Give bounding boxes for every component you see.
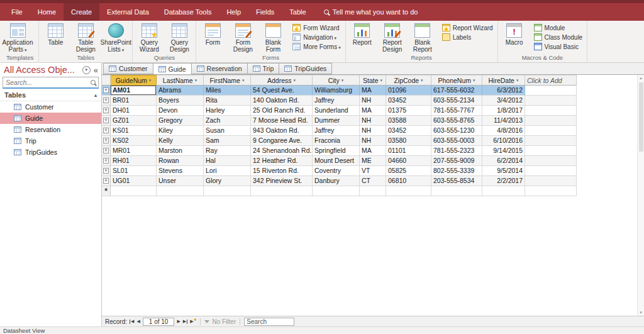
nav-group-header[interactable]: Tables ▴ — [0, 89, 101, 101]
blank-report-button[interactable]: Blank Report — [408, 21, 438, 54]
previous-record-button[interactable]: ◀ — [136, 319, 140, 324]
cell[interactable]: KS01 — [111, 126, 157, 136]
cell[interactable] — [386, 186, 431, 196]
cell[interactable]: 11/4/2013 — [482, 116, 525, 126]
cell[interactable]: Rowan — [157, 156, 204, 166]
cell[interactable] — [431, 186, 482, 196]
expand-plus-icon[interactable]: + — [103, 168, 109, 174]
row-selector[interactable]: + — [102, 176, 111, 186]
cell[interactable]: 781-555-2323 — [431, 146, 482, 156]
sidebar-item-guide[interactable]: Guide — [0, 113, 101, 124]
expand-plus-icon[interactable]: + — [103, 108, 109, 113]
column-header-firstname[interactable]: FirstName▾ — [204, 75, 251, 86]
cell[interactable]: Lori — [204, 166, 251, 176]
cell[interactable] — [360, 186, 386, 196]
cell[interactable]: Kelly — [157, 136, 204, 146]
cell[interactable]: 603-555-8765 — [431, 116, 482, 126]
scroll-up-icon[interactable]: ▲ — [639, 75, 643, 81]
select-all-corner[interactable] — [102, 75, 111, 86]
cell[interactable]: Springfield — [313, 146, 360, 156]
cell[interactable]: AM01 — [111, 86, 157, 96]
cell[interactable]: UG01 — [111, 176, 157, 186]
cell[interactable]: Williamsburg — [313, 86, 360, 96]
column-header-phonenum[interactable]: PhoneNum▾ — [431, 75, 482, 86]
cell[interactable]: Marston — [157, 146, 204, 156]
cell[interactable]: CT — [360, 176, 386, 186]
cell[interactable]: 9 Congaree Ave. — [251, 136, 313, 146]
cell[interactable]: Abrams — [157, 86, 204, 96]
cell[interactable]: 9/14/2015 — [482, 146, 525, 156]
horizontal-scrollbar[interactable] — [297, 316, 644, 326]
cell[interactable]: 05825 — [386, 166, 431, 176]
form-design-button[interactable]: Form Design — [228, 21, 258, 54]
nav-pane-menu-icon[interactable]: ▾ — [82, 66, 91, 74]
cell[interactable] — [204, 186, 251, 196]
cell[interactable]: 2/2/2017 — [482, 176, 525, 186]
cell[interactable]: 03452 — [386, 126, 431, 136]
header-dropdown-icon[interactable]: ▾ — [421, 75, 423, 86]
cell[interactable] — [251, 186, 313, 196]
cell[interactable]: ME — [360, 156, 386, 166]
column-header-lastname[interactable]: LastName▾ — [157, 75, 204, 86]
report-wizard-button[interactable]: Report Wizard — [440, 24, 495, 31]
cell[interactable]: 140 Oakton Rd. — [251, 96, 313, 106]
cell[interactable]: Fraconia — [313, 136, 360, 146]
tab-customer[interactable]: Customer — [103, 63, 153, 74]
table-design-button[interactable]: Table Design — [70, 21, 101, 54]
cell[interactable] — [482, 186, 525, 196]
cell[interactable]: BR01 — [111, 96, 157, 106]
row-selector[interactable]: + — [102, 136, 111, 146]
cell[interactable]: 15 Riverton Rd. — [251, 166, 313, 176]
expand-plus-icon[interactable]: + — [103, 118, 109, 123]
expand-plus-icon[interactable]: + — [103, 97, 109, 103]
tab-trip[interactable]: Trip — [247, 63, 279, 74]
cell[interactable]: 54 Quest Ave. — [251, 86, 313, 96]
row-selector[interactable]: + — [102, 146, 111, 156]
cell[interactable]: 24 Shenandoah Rd. — [251, 146, 313, 156]
tell-me-box[interactable]: Tell me what you want to do — [324, 3, 418, 21]
next-record-button[interactable]: ▶ — [177, 319, 180, 324]
cell[interactable]: 6/3/2012 — [482, 86, 525, 96]
cell[interactable] — [525, 126, 577, 136]
cell[interactable]: SL01 — [111, 166, 157, 176]
form-button[interactable]: Form — [197, 21, 228, 54]
cell[interactable]: MA — [360, 146, 386, 156]
column-header-state[interactable]: State▾ — [360, 75, 386, 86]
cell[interactable]: 802-555-3339 — [431, 166, 482, 176]
cell[interactable]: 04660 — [386, 156, 431, 166]
cell[interactable]: Zach — [204, 116, 251, 126]
tab-tripguides[interactable]: TripGuides — [279, 63, 332, 74]
cell[interactable]: 207-555-9009 — [431, 156, 482, 166]
cell[interactable]: MA — [360, 86, 386, 96]
cell[interactable]: Sam — [204, 136, 251, 146]
form-wizard-button[interactable]: Form Wizard — [291, 24, 342, 31]
cell[interactable]: VT — [360, 166, 386, 176]
cell[interactable] — [525, 186, 577, 196]
cell[interactable]: 603-555-1230 — [431, 126, 482, 136]
cell[interactable]: Boyers — [157, 96, 204, 106]
cell[interactable] — [525, 106, 577, 116]
cell[interactable] — [525, 146, 577, 156]
cell[interactable]: 3/4/2012 — [482, 96, 525, 106]
cell[interactable] — [525, 136, 577, 146]
sidebar-item-customer[interactable]: Customer — [0, 101, 101, 113]
cell[interactable]: 6/10/2016 — [482, 136, 525, 146]
cell[interactable]: Hal — [204, 156, 251, 166]
expand-plus-icon[interactable]: + — [103, 138, 109, 143]
shutter-close-icon[interactable]: « — [94, 66, 98, 74]
cell[interactable]: RH01 — [111, 156, 157, 166]
cell[interactable]: Harley — [204, 106, 251, 116]
report-design-button[interactable]: Report Design — [377, 21, 408, 54]
cell[interactable] — [111, 186, 157, 196]
cell[interactable]: Stevens — [157, 166, 204, 176]
cell[interactable] — [525, 156, 577, 166]
cell[interactable] — [313, 186, 360, 196]
column-header-city[interactable]: City▾ — [313, 75, 360, 86]
cell[interactable]: 03580 — [386, 136, 431, 146]
expand-plus-icon[interactable]: + — [103, 87, 109, 93]
row-selector[interactable]: + — [102, 116, 111, 126]
row-selector[interactable]: + — [102, 156, 111, 166]
cell[interactable]: 06810 — [386, 176, 431, 186]
cell[interactable]: Mount Desert — [313, 156, 360, 166]
report-button[interactable]: Report — [347, 21, 377, 54]
